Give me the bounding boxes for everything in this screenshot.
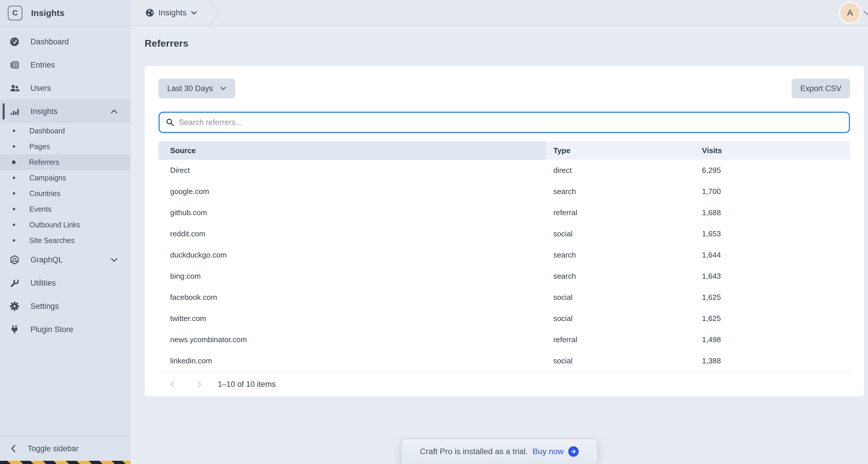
- breadcrumb[interactable]: Insights: [145, 8, 197, 18]
- toggle-sidebar-button[interactable]: Toggle sidebar: [0, 436, 131, 461]
- date-range-label: Last 30 Days: [167, 84, 213, 93]
- subnav-item-campaigns[interactable]: Campaigns: [0, 170, 131, 186]
- subnav-item-pages[interactable]: Pages: [0, 139, 131, 154]
- subnav-item-label: Campaigns: [29, 174, 66, 182]
- subnav-item-outbound-links[interactable]: Outbound Links: [0, 217, 131, 233]
- column-header-source[interactable]: Source: [158, 141, 546, 160]
- sidebar-item-label: Utilities: [30, 279, 56, 288]
- buy-now-link[interactable]: Buy now: [532, 447, 563, 456]
- arrow-right-icon[interactable]: [568, 446, 579, 457]
- table-row: news.ycombinator.com referral 1,498: [158, 329, 850, 350]
- wrench-icon: [9, 278, 20, 288]
- content: Referrers Last 30 Days Export CSV: [131, 26, 868, 396]
- cell-visits: 1,498: [694, 329, 850, 350]
- cell-visits: 1,643: [694, 266, 850, 287]
- cell-type: direct: [546, 160, 694, 181]
- cell-visits: 1,388: [694, 350, 850, 371]
- cell-visits: 1,625: [694, 308, 850, 329]
- app-window: C Insights Dashboard Entries: [0, 0, 868, 464]
- toggle-sidebar-label: Toggle sidebar: [28, 444, 79, 453]
- cell-type: search: [546, 244, 694, 266]
- controls-row: Last 30 Days Export CSV: [158, 78, 850, 98]
- table-row: reddit.com social 1,653: [158, 223, 850, 244]
- insights-subnav: Dashboard Pages Referrers Campaigns Coun…: [0, 123, 131, 248]
- cell-visits: 1,700: [694, 181, 850, 202]
- table-row: twitter.com social 1,625: [158, 308, 850, 329]
- sidebar-item-label: Settings: [30, 302, 59, 311]
- craft-logo-letter: C: [12, 8, 18, 18]
- sidebar-nav: Dashboard Entries Users Insights: [0, 26, 131, 436]
- subnav-item-site-searches[interactable]: Site Searches: [0, 233, 131, 248]
- active-section-indicator: [3, 103, 5, 120]
- cell-source: Direct: [158, 160, 546, 181]
- chevron-down-icon: [111, 258, 118, 262]
- search-icon: [165, 118, 175, 127]
- cell-type: social: [546, 287, 694, 308]
- sidebar-item-settings[interactable]: Settings: [0, 295, 131, 318]
- sidebar-item-label: Plugin Store: [30, 325, 73, 334]
- sidebar-item-label: Dashboard: [30, 37, 69, 46]
- sidebar-item-label: Users: [30, 84, 51, 93]
- cell-type: social: [546, 350, 694, 371]
- sidebar-item-plugin-store[interactable]: Plugin Store: [0, 318, 131, 341]
- cell-visits: 1,625: [694, 287, 850, 308]
- cell-visits: 1,653: [694, 223, 850, 244]
- breadcrumb-divider: [209, 0, 220, 26]
- column-header-visits[interactable]: Visits: [694, 141, 850, 160]
- export-csv-label: Export CSV: [800, 84, 841, 93]
- bar-chart-icon: [9, 106, 20, 116]
- sidebar-item-users[interactable]: Users: [0, 76, 131, 100]
- chevron-down-icon: [863, 10, 868, 15]
- sidebar-item-label: Entries: [30, 61, 55, 70]
- sidebar-item-entries[interactable]: Entries: [0, 53, 131, 76]
- cell-source: facebook.com: [158, 287, 546, 308]
- subnav-item-referrers[interactable]: Referrers: [0, 154, 131, 170]
- search-field: [158, 112, 850, 133]
- cell-visits: 6,295: [694, 160, 850, 181]
- subnav-item-events[interactable]: Events: [0, 201, 131, 217]
- sidebar-item-utilities[interactable]: Utilities: [0, 271, 131, 295]
- account-menu[interactable]: A: [840, 3, 868, 23]
- trial-notice: Craft Pro is installed as a trial. Buy n…: [401, 438, 598, 464]
- next-page-button[interactable]: [194, 378, 205, 390]
- search-input[interactable]: [179, 118, 843, 127]
- column-header-type[interactable]: Type: [546, 141, 694, 160]
- subnav-item-label: Referrers: [29, 158, 59, 166]
- sidebar-item-insights[interactable]: Insights: [0, 100, 131, 123]
- plug-icon: [9, 325, 20, 334]
- cell-source: duckduckgo.com: [158, 244, 546, 266]
- chevron-up-icon: [111, 109, 118, 114]
- sidebar-item-graphql[interactable]: GraphQL: [0, 248, 131, 271]
- cell-source: bing.com: [158, 266, 546, 287]
- subnav-item-label: Pages: [29, 142, 50, 151]
- sidebar-item-label: Insights: [30, 107, 58, 116]
- sidebar-item-dashboard[interactable]: Dashboard: [0, 30, 131, 53]
- date-range-select[interactable]: Last 30 Days: [158, 78, 235, 98]
- graphql-icon: [9, 255, 20, 265]
- previous-page-button[interactable]: [167, 378, 177, 390]
- cell-type: social: [546, 308, 694, 329]
- gear-icon: [9, 301, 20, 311]
- table-row: github.com referral 1,688: [158, 202, 850, 223]
- trial-message: Craft Pro is installed as a trial.: [420, 447, 528, 456]
- craft-logo: C: [8, 6, 22, 20]
- chevron-down-icon: [191, 11, 197, 15]
- bullet-icon: [13, 177, 15, 179]
- globe-icon: [145, 8, 154, 18]
- subnav-item-label: Events: [29, 205, 51, 213]
- pagination-summary: 1–10 of 10 items: [218, 380, 276, 389]
- referrers-table: Source Type Visits Direct direct 6,295 g…: [158, 141, 850, 371]
- sidebar-header: C Insights: [0, 0, 131, 26]
- trial-hazard-stripe: [0, 461, 131, 464]
- table-row: duckduckgo.com search 1,644: [158, 244, 850, 266]
- bullet-icon: [13, 145, 15, 147]
- subnav-item-countries[interactable]: Countries: [0, 186, 131, 201]
- cell-source: news.ycombinator.com: [158, 329, 546, 350]
- cell-source: linkedin.com: [158, 350, 546, 371]
- bullet-icon: [13, 130, 15, 132]
- avatar: A: [840, 3, 860, 23]
- subnav-item-dashboard[interactable]: Dashboard: [0, 123, 131, 139]
- cell-source: reddit.com: [158, 223, 546, 244]
- bullet-icon: [13, 239, 15, 241]
- export-csv-button[interactable]: Export CSV: [792, 78, 850, 98]
